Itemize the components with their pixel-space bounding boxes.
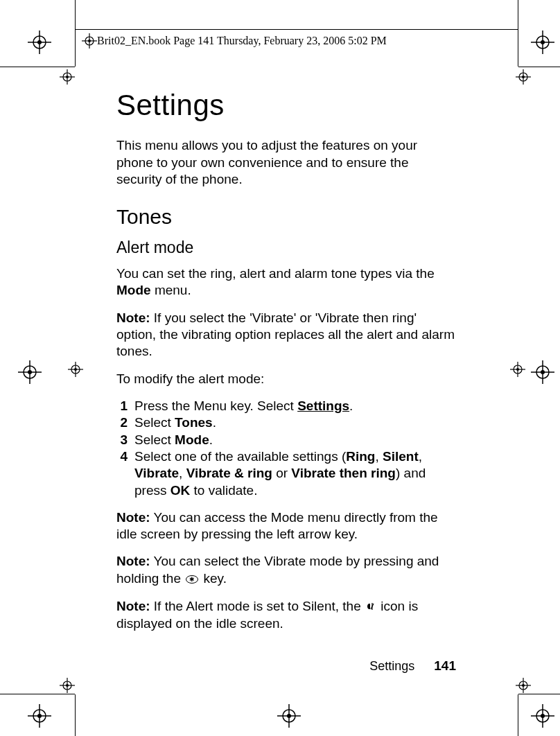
mode-menu-label: Mode [116,283,151,297]
step-text: Press the Menu key. Select Settings. [134,398,456,414]
registration-mark-small-icon [68,362,83,377]
note-silent-icon: Note: If the Alert mode is set to Silent… [116,598,456,632]
registration-mark-small-icon [516,678,531,693]
note-vibrate-replaces: Note: If you select the 'Vibrate' or 'Vi… [116,310,456,360]
text: Select one of the available settings ( [134,449,346,464]
ok-key-label: OK [170,483,191,498]
text: . [213,415,216,430]
registration-mark-small-icon [516,69,531,85]
text: , [179,466,186,480]
note-vibrate-hold: Note: You can select the Vibrate mode by… [116,553,456,587]
steps-list: 1 Press the Menu key. Select Settings. 2… [116,398,456,499]
tones-menu-label: Tones [175,415,213,430]
crop-mark [0,694,75,694]
crop-mark [75,0,76,67]
registration-mark-small-icon [510,362,525,377]
footer-page-number: 141 [434,658,456,674]
crop-mark [518,0,518,67]
note-body: You can access the Mode menu directly fr… [116,510,438,541]
option-vibrate-then-ring: Vibrate then ring [291,466,396,480]
note-body: You can select the Vibrate mode by press… [116,554,439,585]
note-body: If the Alert mode is set to Silent, the [150,599,365,613]
step-text: Select Mode. [134,432,456,448]
page-footer: Settings 141 [116,658,456,674]
registration-mark-small-icon [60,678,75,693]
text: . [209,432,213,447]
crop-mark [518,694,518,736]
crop-mark [518,694,560,694]
header-rule [75,29,518,30]
step-text: Select Tones. [134,414,456,431]
step-1: 1 Press the Menu key. Select Settings. [116,398,456,414]
step-number: 4 [116,448,134,499]
text: to validate. [190,483,257,498]
text: or [272,466,291,480]
step-number: 3 [116,432,134,448]
crop-mark [75,694,76,736]
step-2: 2 Select Tones. [116,414,456,431]
crop-mark [0,67,75,67]
page-title: Settings [116,89,456,122]
settings-menu-label: Settings [297,398,349,413]
registration-mark-icon [28,704,51,728]
crop-mark [518,67,560,67]
subsection-alert-mode: Alert mode [116,238,456,257]
text: You can set the ring, alert and alarm to… [116,266,435,281]
mode-menu-label: Mode [175,432,209,447]
note-idle-shortcut: Note: You can access the Mode menu direc… [116,509,456,543]
note-body: key. [200,571,227,586]
section-tones: Tones [116,205,456,229]
registration-mark-icon [28,30,51,54]
text: , [375,449,383,464]
registration-mark-icon [531,704,554,728]
note-label: Note: [116,599,150,613]
step-text: Select one of the available settings (Ri… [134,448,456,499]
text: Select [134,415,175,430]
text: Select [134,432,175,447]
option-vibrate: Vibrate [134,466,179,480]
registration-mark-small-icon [82,33,97,49]
footer-section: Settings [369,659,414,674]
note-label: Note: [116,310,150,325]
modify-alert-mode-line: To modify the alert mode: [116,371,456,387]
alert-mode-paragraph: You can set the ring, alert and alarm to… [116,265,456,299]
option-vibrate-and-ring: Vibrate & ring [186,466,272,480]
step-number: 1 [116,398,134,414]
text: , [419,449,422,464]
text: Press the Menu key. Select [134,398,297,413]
svg-text:✱: ✱ [189,576,195,583]
registration-mark-icon [18,360,42,384]
intro-paragraph: This menu allows you to adjust the featu… [116,137,456,189]
running-head: Brit02_EN.book Page 141 Thursday, Februa… [97,35,387,47]
option-silent: Silent [383,449,419,464]
step-3: 3 Select Mode. [116,432,456,448]
note-body: If you select the 'Vibrate' or 'Vibrate … [116,310,455,359]
note-label: Note: [116,510,150,525]
silent-mode-icon [366,599,376,615]
registration-mark-icon [531,30,554,54]
page-content: Settings This menu allows you to adjust … [116,89,456,642]
registration-mark-icon [277,704,301,728]
text: . [349,398,353,413]
registration-mark-small-icon [60,69,75,85]
manual-page: Brit02_EN.book Page 141 Thursday, Februa… [0,0,560,736]
step-4: 4 Select one of the available settings (… [116,448,456,499]
star-key-icon: ✱ [186,571,198,588]
step-number: 2 [116,414,134,431]
text: menu. [151,283,191,297]
registration-mark-icon [531,360,554,384]
option-ring: Ring [346,449,375,464]
note-label: Note: [116,554,150,568]
